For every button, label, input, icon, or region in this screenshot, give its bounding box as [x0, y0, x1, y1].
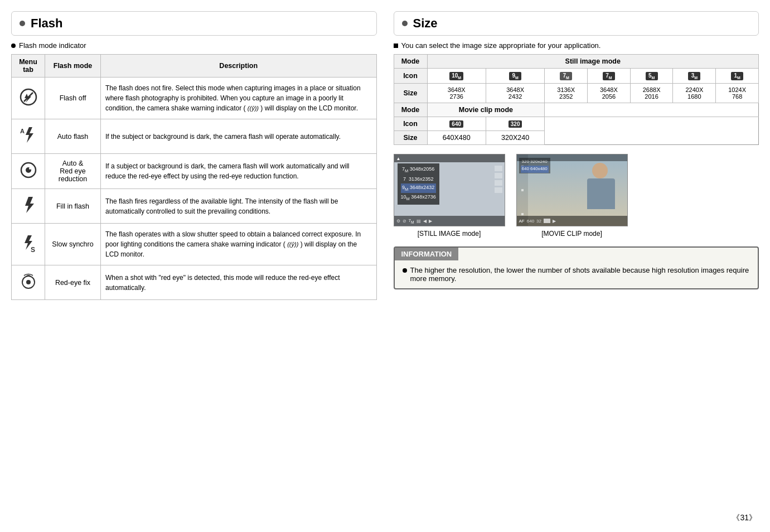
flash-col-menu: Menu tab: [12, 55, 45, 78]
size-val-9: 3648X2432: [486, 84, 544, 103]
table-row: Flash off The flash does not fire. Selec…: [12, 78, 377, 119]
info-bullet: The higher the resolution, the lower the…: [403, 266, 750, 283]
svg-text:A: A: [20, 128, 25, 134]
flash-mode-off: Flash off: [45, 78, 101, 119]
flash-icon-fill: [12, 189, 45, 224]
size-table: Mode Still image mode Icon 10M 9M 7M 7M …: [394, 54, 759, 145]
size-title: Size: [413, 16, 438, 31]
camera-preview: ▲ 7M 3048x2056 7 3136x2352 9M 3648x2432 …: [394, 154, 759, 238]
flash-icon-auto: A: [12, 119, 45, 154]
size-section: Size You can select the image size appro…: [394, 11, 759, 300]
movie-bottom-bar: AF 640 32 ▶: [517, 216, 627, 226]
size-val-7b: 3648X2056: [588, 84, 631, 103]
table-row: Mode Still image mode: [394, 55, 759, 69]
flash-mode-auto: Auto flash: [45, 119, 101, 154]
flash-desc-redeye: If a subject or background is dark, the …: [101, 154, 377, 189]
flash-mode-fill: Fill in flash: [45, 189, 101, 224]
table-row: Size 3648X2736 3648X2432 3136X2352 3648X…: [394, 84, 759, 103]
flash-icon-off: [12, 78, 45, 119]
flash-dot: [20, 21, 25, 26]
page-number: 《31》: [732, 513, 757, 523]
size-icon-9: 9M: [486, 69, 544, 84]
info-box-header: INFORMATION: [395, 248, 459, 260]
flash-icon-redeye: [12, 154, 45, 189]
flash-desc-fix: When a shot with "red eye" is detected, …: [101, 265, 377, 300]
table-row: Icon 640 320: [394, 117, 759, 131]
info-box: INFORMATION The higher the resolution, t…: [394, 246, 759, 289]
size-dot: [402, 21, 408, 26]
flash-desc-fill: The flash fires regardless of the availa…: [101, 189, 377, 224]
size-val-10: 3648X2736: [427, 84, 486, 103]
movie-size-label: Size: [394, 131, 427, 145]
svg-text:S: S: [31, 246, 35, 253]
flash-desc-slow: The flash operates with a slow shutter s…: [101, 224, 377, 265]
flash-bullet-text: Flash mode indicator: [19, 41, 86, 50]
flash-table: Menu tab Flash mode Description Flas: [11, 54, 377, 300]
still-preview-box: ▲ 7M 3048x2056 7 3136x2352 9M 3648x2432 …: [394, 154, 505, 238]
size-icon-5: 5M: [630, 69, 673, 84]
size-val-1: 1024X768: [716, 84, 759, 103]
table-row: Red-eye fix When a shot with "red eye" i…: [12, 265, 377, 300]
size-icon-1: 1M: [716, 69, 759, 84]
size-val-5: 2688X2016: [630, 84, 673, 103]
flash-title: Flash: [31, 16, 62, 31]
table-row: Mode Movie clip mode: [394, 103, 759, 117]
still-bottom-bar: ⚙ ⊘ 7M ▤ ◀ ▶: [394, 216, 505, 226]
movie-size-320: 320X240: [486, 131, 544, 145]
flash-icon-slow: S: [12, 224, 45, 265]
movie-preview-box: 320 320x240 640 640x480 AF 640 32 ▶ [MOV…: [516, 154, 628, 238]
flash-desc-off: The flash does not fire. Select this mod…: [101, 78, 377, 119]
svg-point-4: [29, 167, 31, 170]
movie-mode-label: Movie clip mode: [427, 103, 545, 117]
size-icon-3: 3M: [673, 69, 716, 84]
movie-screen: 320 320x240 640 640x480 AF 640 32 ▶: [516, 154, 628, 226]
movie-mode-header: Mode: [394, 103, 427, 117]
still-screen: ▲ 7M 3048x2056 7 3136x2352 9M 3648x2432 …: [394, 154, 505, 226]
table-row: Icon 10M 9M 7M 7M 5M 3M 1M: [394, 69, 759, 84]
flash-mode-redeye: Auto &Red eyereduction: [45, 154, 101, 189]
size-icon-7b: 7M: [588, 69, 631, 84]
table-row: Auto &Red eyereduction If a subject or b…: [12, 154, 377, 189]
size-icon-10: 10M: [427, 69, 486, 84]
flash-section: Flash Flash mode indicator Menu tab Flas…: [11, 11, 377, 300]
table-row: Fill in flash The flash fires regardless…: [12, 189, 377, 224]
still-menu-overlay: 7M 3048x2056 7 3136x2352 9M 3648x2432 10…: [398, 163, 439, 205]
flash-mode-slow: Slow synchro: [45, 224, 101, 265]
info-bullet-dot: [403, 268, 407, 273]
size-header: Size: [394, 11, 759, 36]
square-bullet-icon: [394, 43, 398, 48]
bullet-dot: [11, 43, 16, 48]
table-row: S Slow synchro The flash operates with a…: [12, 224, 377, 265]
size-bullet-note: You can select the image size appropriat…: [394, 41, 759, 50]
movie-icon-320: 320: [486, 117, 544, 131]
still-caption: [STILL IMAGE mode]: [394, 230, 505, 238]
flash-col-desc: Description: [101, 55, 377, 78]
info-text: The higher the resolution, the lower the…: [410, 266, 750, 283]
flash-bullet-note: Flash mode indicator: [11, 41, 377, 50]
movie-icon-label: Icon: [394, 117, 427, 131]
flash-col-mode: Flash mode: [45, 55, 101, 78]
flash-icon-fix: [12, 265, 45, 300]
still-mode-label: Still image mode: [427, 55, 759, 69]
movie-caption: [MOVIE CLIP mode]: [516, 230, 628, 238]
flash-header: Flash: [11, 11, 377, 36]
mode-header-cell: Mode: [394, 55, 427, 69]
table-row: A Auto flash If the subject or backgroun…: [12, 119, 377, 154]
table-row: Size 640X480 320X240: [394, 131, 759, 145]
movie-size-640: 640X480: [427, 131, 486, 145]
size-bullet-text: You can select the image size appropriat…: [401, 41, 601, 50]
flash-mode-fix: Red-eye fix: [45, 265, 101, 300]
size-val-7a: 3136X2352: [545, 84, 588, 103]
info-box-body: The higher the resolution, the lower the…: [395, 260, 758, 288]
size-row-label: Size: [394, 84, 427, 103]
size-icon-7a: 7M: [545, 69, 588, 84]
flash-desc-auto: If the subject or background is dark, th…: [101, 119, 377, 154]
movie-icon-640: 640: [427, 117, 486, 131]
icon-row-label: Icon: [394, 69, 427, 84]
svg-point-7: [26, 280, 31, 284]
size-val-3: 2240X1680: [673, 84, 716, 103]
